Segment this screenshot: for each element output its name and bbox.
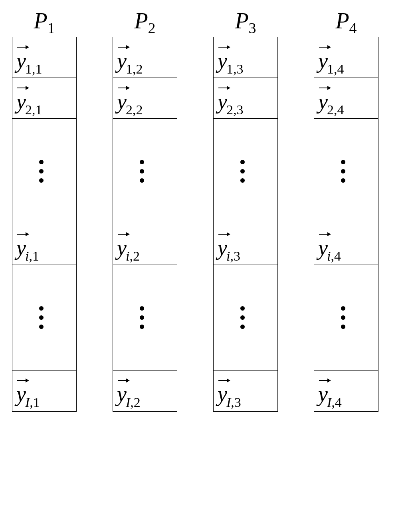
vector-letter: y	[16, 90, 26, 114]
vector-cell: yi,3	[214, 224, 277, 265]
column-header-2: P2	[134, 8, 155, 34]
vertical-dots-icon	[341, 306, 345, 329]
vector-subscript: i,1	[25, 249, 39, 264]
vdots-cell	[314, 265, 378, 371]
subscript-comma: ,	[331, 395, 335, 410]
header-letter: P	[134, 8, 148, 34]
subscript-row: 2	[226, 102, 233, 117]
subscript-row: i	[126, 249, 129, 263]
subscript-comma: ,	[231, 395, 234, 410]
subscript-row: 2	[327, 102, 334, 117]
vdots-cell	[113, 265, 177, 371]
column-3: y1,3y2,3yi,3yI,3	[213, 37, 278, 412]
header-letter: P	[335, 8, 349, 34]
subscript-row: i	[327, 249, 331, 263]
subscript-col: 3	[234, 249, 240, 263]
vector-subscript: I,1	[25, 395, 40, 410]
subscript-row: I	[25, 395, 30, 410]
subscript-row: 1	[126, 62, 133, 76]
vertical-dots-icon	[39, 306, 44, 329]
vector-arrow-icon: y	[218, 89, 227, 114]
subscript-comma: ,	[30, 395, 33, 410]
vector-arrow-icon: y	[318, 89, 328, 114]
subscript-row: 1	[327, 62, 334, 76]
column-1: y1,1y2,1yi,1yI,1	[12, 37, 77, 412]
subscript-row: I	[327, 395, 331, 410]
vertical-dots-icon	[140, 306, 144, 329]
vdots-cell	[214, 265, 277, 371]
header-subscript: 2	[148, 19, 156, 37]
vector-subscript: 1,4	[327, 62, 344, 77]
vector-arrow-icon: y	[16, 235, 26, 260]
vector-subscript: 2,2	[126, 102, 143, 118]
vector-arrow-icon: y	[117, 89, 127, 114]
vector-cell: yi,2	[113, 224, 177, 265]
column-4: y1,4y2,4yi,4yI,4	[314, 37, 378, 412]
vector-subscript: i,2	[126, 249, 140, 264]
subscript-comma: ,	[331, 249, 334, 263]
vector-letter: y	[318, 382, 328, 406]
vector-cell: y2,4	[314, 78, 378, 119]
vector-subscript: 1,2	[126, 62, 143, 77]
vector-subscript: 2,4	[327, 102, 344, 118]
subscript-col: 1	[32, 249, 39, 263]
vector-letter: y	[218, 382, 227, 406]
subscript-col: 1	[33, 395, 40, 410]
vdots-cell	[314, 119, 378, 224]
column-header-3: P3	[235, 8, 256, 34]
vector-arrow-icon: y	[117, 235, 127, 260]
vector-subscript: 2,1	[25, 102, 42, 118]
subscript-row: 2	[25, 102, 32, 117]
subscript-col: 4	[337, 62, 344, 76]
header-subscript: 4	[349, 19, 357, 37]
subscript-row: i	[226, 249, 230, 263]
subscript-row: 1	[25, 62, 32, 76]
vdots-cell	[12, 265, 76, 371]
vector-cell: y1,1	[12, 37, 76, 78]
vdots-cell	[113, 119, 177, 224]
vector-arrow-icon: y	[318, 48, 328, 73]
vector-cell: y1,3	[214, 37, 277, 78]
vector-letter: y	[16, 49, 26, 73]
header-subscript: 3	[249, 19, 256, 37]
subscript-row: i	[25, 249, 29, 263]
vertical-dots-icon	[240, 306, 245, 329]
vector-cell: y1,4	[314, 37, 378, 78]
vector-subscript: i,3	[226, 249, 240, 264]
vector-letter: y	[218, 90, 227, 114]
vector-arrow-icon: y	[16, 89, 26, 114]
header-letter: P	[235, 8, 248, 34]
vector-cell: y1,2	[113, 37, 177, 78]
vdots-cell	[214, 119, 277, 224]
vector-letter: y	[318, 90, 328, 114]
subscript-col: 1	[35, 62, 42, 76]
subscript-col: 3	[236, 102, 243, 117]
vector-subscript: i,4	[327, 249, 341, 264]
vector-arrow-icon: y	[16, 382, 26, 406]
subscript-col: 2	[134, 395, 141, 410]
column-header-1: P1	[34, 8, 55, 34]
vector-arrow-icon: y	[218, 235, 227, 260]
vector-cell: y2,2	[113, 78, 177, 119]
vector-letter: y	[16, 382, 26, 406]
vertical-dots-icon	[140, 160, 144, 183]
header-subscript: 1	[48, 19, 55, 37]
subscript-row: 2	[126, 102, 133, 117]
subscript-col: 4	[335, 395, 342, 410]
vector-cell: yi,1	[12, 224, 76, 265]
vector-arrow-icon: y	[218, 48, 227, 73]
subscript-col: 4	[337, 102, 344, 117]
vector-letter: y	[218, 49, 227, 73]
column-2: y1,2y2,2yi,2yI,2	[113, 37, 177, 412]
vector-subscript: 1,3	[226, 62, 244, 77]
column-wrapper-4: P4y1,4y2,4yi,4yI,4	[314, 8, 378, 412]
vector-subscript: I,4	[327, 395, 342, 410]
vector-letter: y	[117, 236, 127, 260]
vector-cell: y2,3	[214, 78, 277, 119]
vertical-dots-icon	[341, 160, 345, 183]
subscript-col: 2	[133, 249, 140, 263]
subscript-col: 4	[334, 249, 341, 263]
vertical-dots-icon	[39, 160, 44, 183]
column-wrapper-1: P1y1,1y2,1yi,1yI,1	[12, 8, 77, 412]
vector-letter: y	[117, 90, 127, 114]
